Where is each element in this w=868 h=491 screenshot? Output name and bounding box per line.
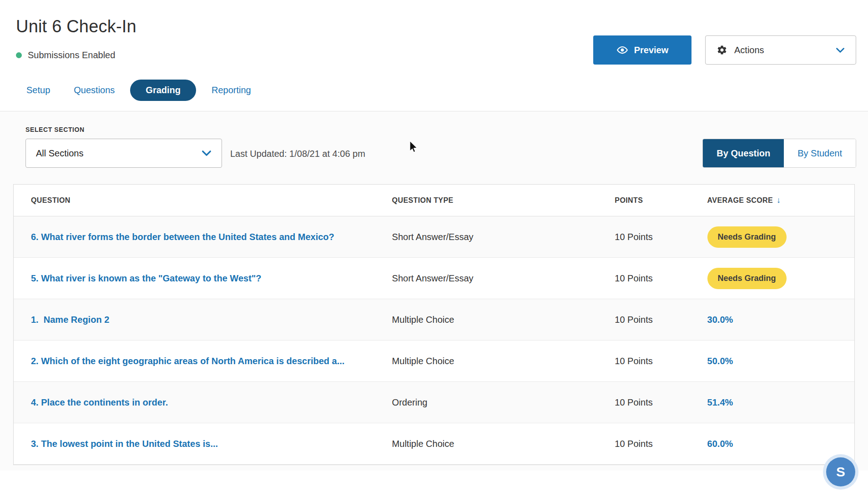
table-row: 4. Place the continents in order.Orderin… [14,382,854,423]
page-header: Unit 6 Check-In Submissions Enabled Prev… [0,0,868,101]
eye-icon [616,44,628,56]
section-select-value: All Sections [36,148,84,159]
section-select[interactable]: All Sections [25,139,222,168]
section-filter: SELECT SECTION All Sections [25,126,222,168]
select-section-label: SELECT SECTION [25,126,222,133]
score-cell: Needs Grading [707,226,854,248]
table-row: 5. What river is known as the "Gateway t… [14,258,854,299]
points-cell: 10 Points [615,397,707,408]
average-score-value: 30.0% [707,315,733,325]
question-type-cell: Multiple Choice [392,356,615,366]
view-toggle: By Question By Student [702,139,856,168]
table-header-row: QUESTION QUESTION TYPE POINTS AVERAGE SC… [14,185,854,216]
needs-grading-badge: Needs Grading [707,226,787,248]
points-cell: 10 Points [615,356,707,366]
grading-table: QUESTION QUESTION TYPE POINTS AVERAGE SC… [13,184,855,465]
grading-content: SELECT SECTION All Sections Last Updated… [0,111,868,471]
points-cell: 10 Points [615,273,707,284]
by-question-toggle[interactable]: By Question [703,139,784,167]
column-header-question: QUESTION [14,196,392,205]
score-cell: 50.0% [707,356,854,366]
average-score-value: 60.0% [707,439,733,449]
question-link[interactable]: 4. Place the continents in order. [14,396,392,408]
question-link[interactable]: 1. Name Region 2 [14,314,392,326]
question-type-cell: Ordering [392,397,615,408]
score-cell: 51.4% [707,397,854,408]
chevron-down-icon [202,150,212,156]
tab-reporting[interactable]: Reporting [200,80,263,101]
mouse-cursor-icon [408,140,419,156]
actions-button-label: Actions [734,45,764,55]
needs-grading-badge: Needs Grading [707,268,787,289]
page-title: Unit 6 Check-In [16,17,856,36]
preview-button-label: Preview [634,45,669,55]
question-link[interactable]: 5. What river is known as the "Gateway t… [14,272,392,284]
table-row: 3. The lowest point in the United States… [14,423,854,465]
status-green-dot-icon [16,52,22,58]
preview-button[interactable]: Preview [593,35,691,65]
question-type-cell: Multiple Choice [392,439,615,449]
tab-setup[interactable]: Setup [15,80,62,101]
question-type-cell: Short Answer/Essay [392,232,615,242]
score-cell: 60.0% [707,439,854,449]
actions-dropdown-button[interactable]: Actions [705,35,856,65]
table-row: 6. What river forms the border between t… [14,216,854,258]
sort-descending-icon: ↓ [777,195,781,205]
score-cell: Needs Grading [707,268,854,289]
column-header-question-type: QUESTION TYPE [392,196,615,205]
points-cell: 10 Points [615,439,707,449]
question-link[interactable]: 6. What river forms the border between t… [14,231,392,243]
points-cell: 10 Points [615,232,707,242]
score-cell: 30.0% [707,315,854,325]
table-body: 6. What river forms the border between t… [14,216,854,465]
table-row: 2. Which of the eight geographic areas o… [14,341,854,382]
header-actions: Preview Actions [593,35,856,65]
question-link[interactable]: 2. Which of the eight geographic areas o… [14,355,392,367]
table-row: 1. Name Region 2Multiple Choice10 Points… [14,299,854,341]
question-link[interactable]: 3. The lowest point in the United States… [14,438,392,450]
chevron-down-icon [836,47,845,53]
column-header-average-score[interactable]: AVERAGE SCORE↓ [707,195,854,205]
gear-icon [717,45,727,55]
assessment-page: Unit 6 Check-In Submissions Enabled Prev… [0,0,868,471]
points-cell: 10 Points [615,315,707,325]
question-type-cell: Multiple Choice [392,315,615,325]
tab-grading[interactable]: Grading [130,80,196,101]
filter-bar: SELECT SECTION All Sections Last Updated… [0,111,868,184]
column-header-points: POINTS [615,196,707,205]
tab-bar: Setup Questions Grading Reporting [15,80,856,101]
user-avatar[interactable]: S [826,457,855,486]
last-updated-text: Last Updated: 1/08/21 at 4:06 pm [230,149,365,159]
tab-questions[interactable]: Questions [62,80,126,101]
by-student-toggle[interactable]: By Student [784,139,856,167]
average-score-value: 51.4% [707,397,733,407]
status-text: Submissions Enabled [28,50,115,60]
question-type-cell: Short Answer/Essay [392,273,615,284]
average-score-value: 50.0% [707,356,733,366]
